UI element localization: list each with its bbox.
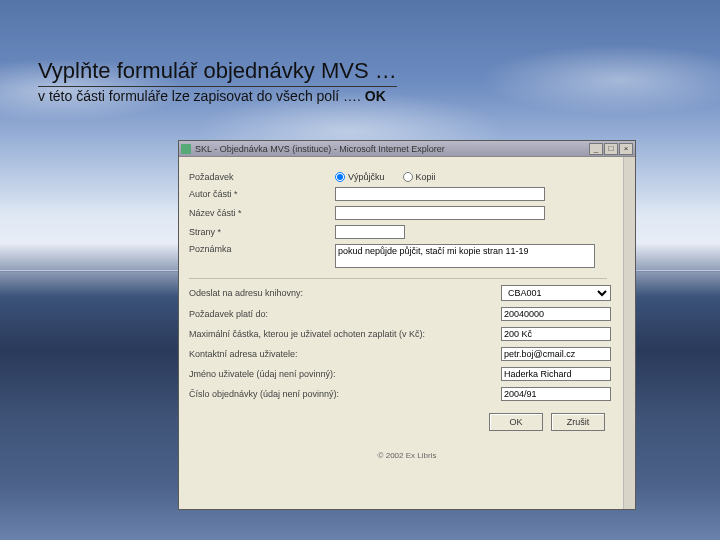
window-title: SKL - Objednávka MVS (instituce) - Micro… — [195, 144, 589, 154]
input-strany[interactable] — [335, 225, 405, 239]
footer-text: © 2002 Ex Libris — [183, 451, 631, 460]
label-strany: Strany — [183, 227, 335, 237]
radio-vypujcku[interactable]: Výpůjčku — [335, 172, 385, 182]
slide-sub-bold: OK — [365, 88, 386, 104]
titlebar: SKL - Objednávka MVS (instituce) - Micro… — [179, 141, 635, 157]
minimize-button[interactable]: _ — [589, 143, 603, 155]
input-nazev-casti[interactable] — [335, 206, 545, 220]
label-castka: Maximální částka, kterou je uživatel och… — [183, 329, 501, 339]
input-castka[interactable] — [501, 327, 611, 341]
form-area: Požadavek Výpůjčku Kopii Autor části — [179, 157, 635, 509]
radio-kopii-input[interactable] — [403, 172, 413, 182]
select-odeslat[interactable]: CBA001 — [501, 285, 611, 301]
input-plati[interactable] — [501, 307, 611, 321]
label-plati: Požadavek platí do: — [183, 309, 501, 319]
radio-kopii[interactable]: Kopii — [403, 172, 436, 182]
slide-sub-text: v této části formuláře lze zapisovat do … — [38, 88, 365, 104]
label-odeslat: Odeslat na adresu knihovny: — [183, 288, 501, 298]
scrollbar[interactable] — [623, 157, 635, 509]
slide-title: Vyplňte formulář objednávky MVS … — [38, 58, 397, 87]
label-kontakt: Kontaktní adresa uživatele: — [183, 349, 501, 359]
separator — [189, 278, 607, 279]
input-cislo[interactable] — [501, 387, 611, 401]
input-jmeno[interactable] — [501, 367, 611, 381]
label-autor-casti: Autor části — [183, 189, 335, 199]
input-autor-casti[interactable] — [335, 187, 545, 201]
maximize-button[interactable]: □ — [604, 143, 618, 155]
close-button[interactable]: × — [619, 143, 633, 155]
browser-window: SKL - Objednávka MVS (instituce) - Micro… — [178, 140, 636, 510]
label-nazev-casti: Název části — [183, 208, 335, 218]
cancel-button[interactable]: Zrušit — [551, 413, 605, 431]
label-pozadavek: Požadavek — [183, 172, 335, 182]
textarea-poznamka[interactable]: pokud nepůjde půjčit, stačí mi kopie str… — [335, 244, 595, 268]
ok-button[interactable]: OK — [489, 413, 543, 431]
label-cislo: Číslo objednávky (údaj není povinný): — [183, 389, 501, 399]
app-icon — [181, 144, 191, 154]
slide-subtitle: v této části formuláře lze zapisovat do … — [38, 88, 386, 104]
label-jmeno: Jméno uživatele (údaj není povinný): — [183, 369, 501, 379]
input-kontakt[interactable] — [501, 347, 611, 361]
radio-vypujcku-input[interactable] — [335, 172, 345, 182]
label-poznamka: Poznámka — [183, 244, 335, 254]
radio-kopii-label: Kopii — [416, 172, 436, 182]
radio-vypujcku-label: Výpůjčku — [348, 172, 385, 182]
